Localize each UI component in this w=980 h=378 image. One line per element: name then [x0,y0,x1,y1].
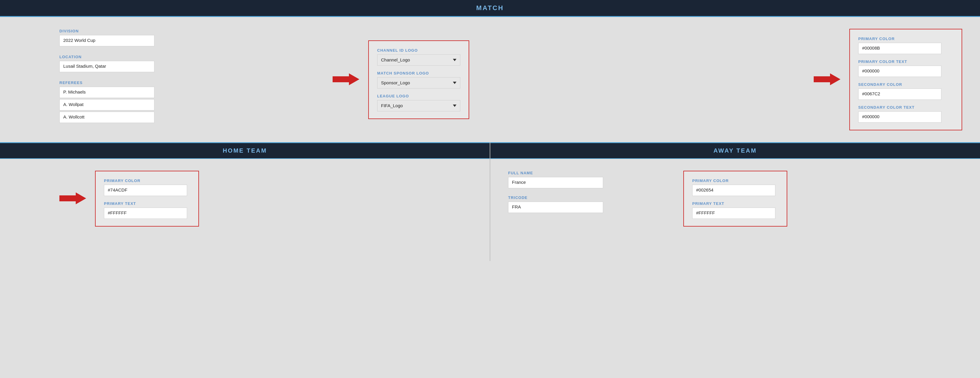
secondary-color-label: SECONDARY COLOR [858,82,953,87]
away-primary-text-group: PRIMARY TEXT #FFFFFF [692,201,778,219]
secondary-color-text-input[interactable]: #000000 [858,111,942,122]
referees-list: P. Michaels A. Wollpat A. Wollcott [59,87,267,123]
league-logo-value: FIFA_Logo [381,103,403,108]
svg-marker-0 [332,73,360,85]
page-wrapper: MATCH DIVISION 2022 World Cup LOCATION L… [0,0,980,378]
referee-1[interactable]: P. Michaels [59,87,154,98]
home-team-panel: HOME TEAM PRIMARY COLOR [0,142,490,261]
home-team-header: HOME TEAM [0,142,490,159]
match-sponsor-logo-arrow-icon [453,82,457,84]
division-group: DIVISION 2022 World Cup [59,29,267,46]
match-center-panel: CHANNEL ID LOGO Channel_Logo MATCH SPONS… [267,29,475,130]
home-primary-text-group: PRIMARY TEXT #FFFFFF [104,201,190,219]
away-primary-text-input[interactable]: #FFFFFF [692,208,775,219]
primary-color-label: PRIMARY COLOR [858,37,953,41]
away-full-name-input[interactable]: France [508,177,603,188]
primary-color-group: PRIMARY COLOR #00008B [858,37,953,54]
away-team-panel: AWAY TEAM FULL NAME France TRICODE FRA [490,142,980,261]
primary-color-text-group: PRIMARY COLOR TEXT #000000 [858,59,953,77]
home-colors-arrow-group: PRIMARY COLOR #74ACDF PRIMARY TEXT #FFFF… [59,171,199,227]
svg-marker-1 [814,73,840,85]
away-colors-box: PRIMARY COLOR #002654 PRIMARY TEXT #FFFF… [683,171,787,227]
match-sponsor-logo-dropdown[interactable]: Sponsor_Logo [377,77,460,89]
division-label: DIVISION [59,29,267,33]
away-full-name-group: FULL NAME France [508,171,657,188]
location-input[interactable]: Lusail Stadium, Qatar [59,61,154,72]
match-sponsor-logo-value: Sponsor_Logo [381,80,410,85]
away-tricode-input[interactable]: FRA [508,202,603,213]
channel-id-logo-arrow-icon [453,59,457,61]
secondary-color-input[interactable]: #0067C2 [858,89,942,100]
channel-id-logo-value: Channel_Logo [381,57,410,62]
colors-arrow [814,72,840,87]
away-primary-color-input[interactable]: #002654 [692,185,775,196]
home-primary-text-label: PRIMARY TEXT [104,201,190,206]
home-team-body: PRIMARY COLOR #74ACDF PRIMARY TEXT #FFFF… [0,159,490,257]
secondary-color-text-label: SECONDARY COLOR TEXT [858,105,953,110]
home-colors-box: PRIMARY COLOR #74ACDF PRIMARY TEXT #FFFF… [95,171,199,227]
referees-label: REFEREES [59,81,267,85]
primary-color-text-label: PRIMARY COLOR TEXT [858,59,953,64]
logos-box: CHANNEL ID LOGO Channel_Logo MATCH SPONS… [368,40,469,119]
match-title: MATCH [476,4,504,11]
league-logo-label: LEAGUE LOGO [377,94,460,98]
away-primary-color-label: PRIMARY COLOR [692,178,778,183]
primary-color-text-input[interactable]: #000000 [858,66,942,77]
svg-marker-2 [59,192,86,204]
match-body: DIVISION 2022 World Cup LOCATION Lusail … [0,17,980,142]
secondary-color-text-group: SECONDARY COLOR TEXT #000000 [858,105,953,122]
match-sponsor-logo-label: MATCH SPONSOR LOGO [377,71,460,75]
channel-id-logo-dropdown[interactable]: Channel_Logo [377,54,460,66]
away-team-title: AWAY TEAM [714,147,757,154]
match-left-panel: DIVISION 2022 World Cup LOCATION Lusail … [59,29,267,130]
secondary-color-group: SECONDARY COLOR #0067C2 [858,82,953,100]
away-tricode-label: TRICODE [508,195,657,200]
league-logo-arrow-icon [453,105,457,107]
league-logo-dropdown[interactable]: FIFA_Logo [377,100,460,111]
away-team-header: AWAY TEAM [490,142,980,159]
home-team-title: HOME TEAM [223,147,267,154]
away-team-left: FULL NAME France TRICODE FRA [508,171,657,245]
away-primary-color-group: PRIMARY COLOR #002654 [692,178,778,196]
logos-arrow [332,72,360,87]
match-right-panel: PRIMARY COLOR #00008B PRIMARY COLOR TEXT… [754,29,962,130]
home-primary-color-label: PRIMARY COLOR [104,178,190,183]
referee-2[interactable]: A. Wollpat [59,99,154,110]
away-tricode-group: TRICODE FRA [508,195,657,213]
teams-section: HOME TEAM PRIMARY COLOR [0,142,980,261]
match-sponsor-logo-group: MATCH SPONSOR LOGO Sponsor_Logo [377,71,460,89]
logos-arrow-group: CHANNEL ID LOGO Channel_Logo MATCH SPONS… [332,40,469,119]
referees-group: REFEREES P. Michaels A. Wollpat A. Wollc… [59,81,267,123]
channel-id-logo-group: CHANNEL ID LOGO Channel_Logo [377,48,460,66]
away-full-name-label: FULL NAME [508,171,657,175]
channel-id-logo-label: CHANNEL ID LOGO [377,48,460,52]
home-colors-arrow [59,191,86,206]
referee-3[interactable]: A. Wollcott [59,112,154,123]
primary-color-input[interactable]: #00008B [858,43,942,54]
colors-arrow-group: PRIMARY COLOR #00008B PRIMARY COLOR TEXT… [814,29,962,130]
location-group: LOCATION Lusail Stadium, Qatar [59,55,267,72]
league-logo-group: LEAGUE LOGO FIFA_Logo [377,94,460,111]
match-section-header: MATCH [0,0,980,17]
home-primary-text-input[interactable]: #FFFFFF [104,208,187,219]
home-primary-color-input[interactable]: #74ACDF [104,185,187,196]
division-input[interactable]: 2022 World Cup [59,35,154,46]
away-team-body: FULL NAME France TRICODE FRA PRIMARY COL… [490,159,980,257]
home-primary-color-group: PRIMARY COLOR #74ACDF [104,178,190,196]
match-colors-box: PRIMARY COLOR #00008B PRIMARY COLOR TEXT… [850,29,962,130]
location-label: LOCATION [59,55,267,59]
away-primary-text-label: PRIMARY TEXT [692,201,778,206]
away-colors-area: PRIMARY COLOR #002654 PRIMARY TEXT #FFFF… [675,171,787,245]
